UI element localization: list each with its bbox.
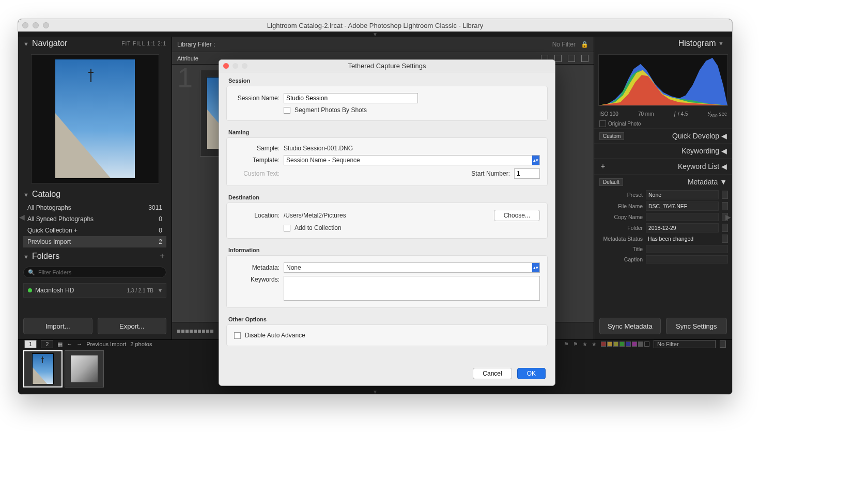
- filmstrip-thumb[interactable]: [23, 350, 63, 387]
- section-information: Information: [219, 242, 555, 255]
- navigator-header[interactable]: ▼Navigator FIT FILL 1:1 2:1: [18, 37, 172, 50]
- display-1-button[interactable]: 1: [24, 340, 37, 348]
- location-label: Location:: [234, 212, 280, 219]
- sample-value: Studio Session-001.DNG: [284, 145, 353, 152]
- folders-header[interactable]: ▼Folders＋: [18, 249, 172, 263]
- goto-icon[interactable]: [722, 235, 728, 243]
- meta-status: Has been changed: [646, 235, 719, 243]
- metadata-header[interactable]: DefaultMetadata ▼: [594, 174, 732, 189]
- filter-placeholder: Filter Folders: [38, 269, 71, 275]
- catalog-item[interactable]: Quick Collection +0: [23, 225, 166, 236]
- quick-develop-header[interactable]: CustomQuick Develop ◀: [594, 128, 732, 143]
- app-window: Lightroom Catalog-2.lrcat - Adobe Photos…: [18, 19, 733, 395]
- meta-preset[interactable]: None: [646, 190, 719, 199]
- display-2-button[interactable]: 2: [41, 340, 53, 348]
- select-arrows-icon: ▴▾: [532, 263, 539, 272]
- filmstrip-thumb[interactable]: [65, 350, 104, 387]
- catalog-item[interactable]: All Photographs3011: [23, 202, 166, 213]
- histogram-chart[interactable]: [598, 54, 728, 106]
- goto-icon[interactable]: [722, 202, 728, 210]
- navigator-preview[interactable]: [31, 54, 159, 183]
- flag-reject-icon[interactable]: ⚑: [573, 341, 578, 348]
- metadata-select[interactable]: None▴▾: [284, 262, 540, 273]
- session-name-input[interactable]: [284, 93, 418, 103]
- source-label[interactable]: Previous Import: [86, 341, 126, 347]
- view-survey-icon[interactable]: [581, 55, 588, 62]
- keywords-textarea[interactable]: [284, 276, 540, 301]
- catalog-header[interactable]: ▼Catalog: [18, 188, 172, 201]
- color-label-chips[interactable]: [601, 342, 649, 347]
- zoom-icon[interactable]: [43, 22, 49, 28]
- ok-button[interactable]: OK: [517, 368, 546, 379]
- grid-size-icon[interactable]: [177, 330, 213, 333]
- cancel-button[interactable]: Cancel: [473, 368, 512, 379]
- view-loupe-icon[interactable]: [554, 55, 562, 62]
- default-pill[interactable]: Default: [599, 178, 623, 186]
- star-icon[interactable]: ★: [592, 341, 597, 348]
- filter-select[interactable]: No Filter: [654, 340, 716, 348]
- custom-pill[interactable]: Custom: [599, 132, 624, 140]
- minimize-icon[interactable]: [33, 22, 39, 28]
- sync-settings-button[interactable]: Sync Settings: [666, 318, 727, 334]
- folder-filter-input[interactable]: 🔍 Filter Folders: [23, 267, 166, 278]
- meta-title[interactable]: [646, 245, 728, 253]
- keywording-header[interactable]: Keywording ◀: [594, 143, 732, 158]
- catalog-list: All Photographs3011 All Synced Photograp…: [23, 202, 166, 247]
- zoom-2-1[interactable]: 2:1: [158, 41, 166, 46]
- import-button[interactable]: Import...: [23, 318, 92, 334]
- zoom-fit[interactable]: FIT: [121, 41, 131, 46]
- preset-stepper[interactable]: [722, 191, 728, 199]
- meta-caption[interactable]: [646, 255, 728, 263]
- session-name-label: Session Name:: [234, 95, 280, 102]
- meta-folder[interactable]: 2018-12-29: [646, 223, 719, 232]
- catalog-item-selected[interactable]: Previous Import2: [23, 236, 166, 247]
- drive-row[interactable]: Macintosh HD 1.3 / 2.1 TB ▾: [23, 283, 166, 298]
- star-icon[interactable]: ★: [582, 341, 587, 348]
- library-filter-label: Library Filter :: [177, 41, 215, 48]
- histo-iso: ISO 100: [599, 111, 618, 118]
- histogram-header[interactable]: Histogram ▼: [594, 37, 732, 50]
- grid-view-icon[interactable]: ▦: [57, 341, 63, 348]
- meta-copyname[interactable]: [646, 213, 719, 221]
- template-select[interactable]: Session Name - Sequence▴▾: [284, 155, 540, 165]
- disable-advance-label: Disable Auto Advance: [245, 332, 305, 339]
- start-number-input[interactable]: [514, 168, 540, 179]
- sync-metadata-button[interactable]: Sync Metadata: [599, 318, 661, 334]
- chevron-left-icon[interactable]: ◀: [19, 213, 25, 221]
- zoom-1-1[interactable]: 1:1: [147, 41, 156, 46]
- traffic-lights: [22, 22, 49, 28]
- segment-checkbox[interactable]: [284, 107, 290, 114]
- dialog-title: Tethered Capture Settings: [219, 62, 555, 70]
- location-value: /Users/Metal2/Pictures: [284, 212, 346, 219]
- view-compare-icon[interactable]: [568, 55, 575, 62]
- export-button[interactable]: Export...: [98, 318, 167, 334]
- catalog-label: Catalog: [32, 190, 60, 198]
- meta-filename[interactable]: DSC_7647.NEF: [646, 201, 719, 211]
- disable-advance-checkbox[interactable]: [234, 332, 241, 339]
- plus-icon[interactable]: ＋: [599, 162, 607, 171]
- chevron-down-icon[interactable]: ▼: [373, 32, 378, 37]
- lock-icon[interactable]: 🔒: [581, 41, 588, 48]
- goto-icon[interactable]: [722, 224, 728, 232]
- attribute-tab[interactable]: Attribute: [177, 55, 198, 61]
- histogram-svg: [599, 55, 727, 105]
- flag-pick-icon[interactable]: ⚑: [564, 341, 569, 348]
- section-other: Other Options: [219, 311, 555, 324]
- filter-switch-icon[interactable]: [720, 340, 726, 348]
- window-title: Lightroom Catalog-2.lrcat - Adobe Photos…: [18, 22, 732, 29]
- prev-arrow-icon[interactable]: ←: [67, 341, 72, 347]
- catalog-item[interactable]: All Synced Photographs0: [23, 213, 166, 225]
- filter-preset[interactable]: No Filter: [552, 41, 576, 48]
- add-collection-checkbox[interactable]: [284, 225, 290, 231]
- keyword-list-header[interactable]: ＋Keyword List ◀: [594, 158, 732, 174]
- next-arrow-icon[interactable]: →: [76, 341, 82, 347]
- choose-button[interactable]: Choose...: [494, 210, 540, 221]
- histo-sec: ¹⁄800 sec: [708, 111, 727, 118]
- histo-mm: 70 mm: [638, 111, 654, 118]
- original-photo-checkbox[interactable]: [599, 120, 606, 127]
- chevron-down-icon[interactable]: ▾: [159, 287, 162, 294]
- close-icon[interactable]: [22, 22, 28, 28]
- zoom-fill[interactable]: FILL: [133, 41, 145, 46]
- chevron-down-icon[interactable]: ▼: [373, 389, 378, 395]
- chevron-right-icon[interactable]: ▶: [725, 213, 731, 221]
